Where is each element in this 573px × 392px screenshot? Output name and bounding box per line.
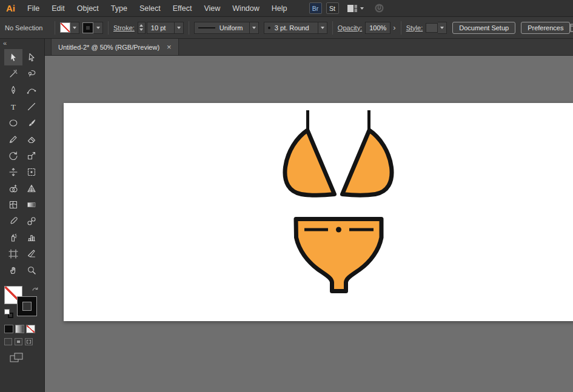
rotate-tool[interactable] (4, 147, 22, 164)
gradient-button[interactable] (15, 325, 24, 333)
preferences-button[interactable]: Preferences (521, 22, 570, 34)
width-tool[interactable] (4, 164, 22, 180)
divider (189, 21, 189, 35)
draw-normal-button[interactable] (4, 338, 12, 345)
eraser-tool[interactable] (22, 131, 41, 147)
menu-window[interactable]: Window (226, 0, 265, 16)
stroke-weight-stepper[interactable] (138, 22, 146, 34)
scale-tool[interactable] (22, 147, 41, 164)
artboard-tool[interactable] (4, 245, 22, 262)
draw-behind-button[interactable] (15, 338, 22, 345)
stroke-weight-dropdown[interactable] (175, 22, 184, 34)
bridge-icon[interactable]: Br (309, 2, 322, 14)
slice-tool[interactable] (22, 245, 41, 262)
symbol-sprayer-tool[interactable] (4, 229, 22, 245)
fill-color-control[interactable] (60, 22, 79, 34)
shape-builder-tool[interactable] (4, 180, 22, 196)
hand-tool[interactable] (4, 262, 22, 278)
screen-mode-button[interactable] (10, 353, 23, 365)
brush-field[interactable]: 3 pt. Round (264, 22, 318, 34)
line-segment-icon (27, 102, 36, 111)
stock-icon[interactable]: St (326, 2, 339, 14)
none-button[interactable] (26, 325, 35, 333)
svg-text:T: T (11, 102, 16, 111)
direct-selection-tool[interactable] (22, 49, 41, 65)
tab-close-icon[interactable]: × (167, 43, 172, 51)
mesh-tool[interactable] (4, 196, 22, 213)
opacity-field[interactable]: 100% (365, 22, 390, 34)
curvature-tool[interactable] (22, 82, 41, 98)
menu-select[interactable]: Select (133, 0, 167, 16)
pencil-tool[interactable] (4, 131, 22, 147)
menu-object[interactable]: Object (71, 0, 105, 16)
stroke-weight-field[interactable]: 10 pt (147, 22, 175, 34)
style-panel-link[interactable]: Style: (406, 24, 423, 32)
document-tab-bar: Untitled-2* @ 50% (RGB/Preview) × (45, 39, 573, 56)
selection-tool[interactable] (4, 49, 22, 65)
opacity-expand-chevron[interactable]: › (393, 23, 395, 32)
artboard-icon (8, 249, 18, 259)
brush-dropdown[interactable] (318, 22, 327, 34)
style-swatch[interactable] (426, 23, 438, 33)
menu-file[interactable]: File (21, 0, 45, 16)
illustrator-logo: Ai (6, 3, 15, 13)
none-slash-icon (61, 23, 70, 32)
sync-status[interactable] (374, 3, 384, 13)
perspective-grid-tool[interactable] (22, 180, 41, 196)
zoom-tool[interactable] (22, 262, 41, 278)
style-control[interactable] (426, 22, 447, 34)
line-segment-tool[interactable] (22, 98, 41, 115)
free-transform-tool[interactable] (22, 164, 41, 180)
panel-options-icon (570, 24, 573, 32)
canvas[interactable] (45, 56, 573, 392)
type-tool[interactable]: T (4, 98, 22, 115)
lasso-icon (27, 69, 36, 79)
panel-options[interactable] (570, 24, 573, 32)
stroke-color-control[interactable] (83, 22, 103, 34)
bikini-top-cups[interactable] (285, 130, 392, 195)
blend-icon (27, 216, 36, 226)
blend-tool[interactable] (22, 213, 41, 229)
fill-none-swatch[interactable] (60, 22, 70, 33)
selection-status: No Selection (5, 24, 50, 32)
menu-help[interactable]: Help (266, 0, 293, 16)
stroke-color-swatch[interactable] (18, 297, 36, 316)
document-setup-button[interactable]: Document Setup (452, 22, 515, 34)
stroke-dropdown[interactable] (94, 22, 103, 34)
style-dropdown[interactable] (438, 22, 447, 34)
document-tab[interactable]: Untitled-2* @ 50% (RGB/Preview) × (51, 39, 179, 55)
symbol-sprayer-icon (8, 233, 18, 242)
workspace-switcher[interactable] (347, 4, 364, 13)
default-fill-stroke-icon[interactable] (4, 309, 13, 318)
ellipse-tool[interactable] (4, 115, 22, 131)
divider (401, 21, 401, 35)
menu-edit[interactable]: Edit (45, 0, 71, 16)
paintbrush-tool[interactable] (22, 115, 41, 131)
menu-view[interactable]: View (198, 0, 226, 16)
menu-type[interactable]: Type (105, 0, 133, 16)
left-cup (285, 130, 335, 195)
eyedropper-tool[interactable] (4, 213, 22, 229)
stroke-panel-link[interactable]: Stroke: (113, 24, 135, 32)
opacity-panel-link[interactable]: Opacity: (338, 24, 362, 32)
swap-fill-stroke-icon[interactable] (32, 285, 39, 296)
brush-control[interactable]: 3 pt. Round (264, 22, 327, 34)
collapse-panel-icon[interactable]: « (0, 39, 10, 47)
pen-icon (8, 85, 18, 95)
fill-dropdown[interactable] (70, 22, 79, 34)
gradient-tool[interactable] (22, 196, 41, 213)
rotate-icon (8, 151, 18, 161)
menu-effect[interactable]: Effect (167, 0, 198, 16)
lasso-tool[interactable] (22, 65, 41, 82)
width-profile-dropdown[interactable] (250, 22, 259, 34)
magic-wand-tool[interactable] (4, 65, 22, 82)
column-graph-tool[interactable] (22, 229, 41, 245)
width-profile-control[interactable]: Uniform (194, 22, 259, 34)
width-profile-field[interactable]: Uniform (194, 22, 250, 34)
color-button[interactable] (4, 325, 13, 333)
draw-inside-button[interactable] (25, 338, 33, 345)
pen-tool[interactable] (4, 82, 22, 98)
stroke-black-swatch[interactable] (83, 23, 93, 33)
artboard[interactable] (64, 103, 573, 321)
bikini-artwork[interactable] (64, 103, 573, 321)
